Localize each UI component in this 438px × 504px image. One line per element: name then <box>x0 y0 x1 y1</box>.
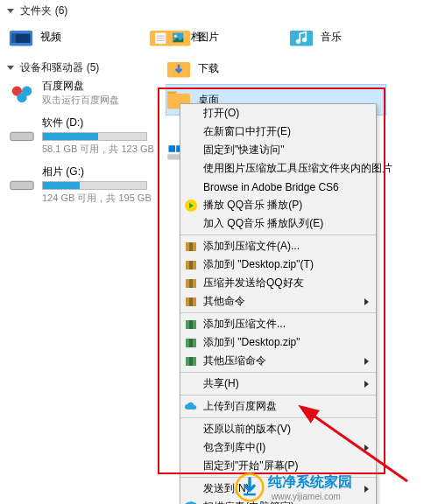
video-folder-icon <box>9 24 33 49</box>
drive-usage-bar <box>42 132 147 141</box>
folder-label: 下载 <box>198 61 219 76</box>
folders-section-header[interactable]: 文件夹 (6) <box>0 0 438 22</box>
folder-video[interactable]: 视频 <box>9 22 149 52</box>
context-menu: 打开(O) 在新窗口中打开(E) 固定到"快速访问" 使用图片压缩放工具压缩文件… <box>180 103 377 504</box>
ctx-open[interactable]: 打开(O) <box>180 104 376 122</box>
ctx-qqmusic-add[interactable]: 加入 QQ音乐 播放队列(E) <box>180 214 376 233</box>
folders-right-column: 图片 下载 桌面 <box>166 22 385 116</box>
ctx-open-new-window[interactable]: 在新窗口中打开(E) <box>180 122 376 141</box>
archive2-icon <box>184 336 198 350</box>
drive-baidu[interactable]: 百度网盘 双击运行百度网盘 <box>9 79 158 107</box>
svg-rect-36 <box>189 320 193 329</box>
archive2-icon <box>184 318 198 332</box>
drive-subtitle: 58.1 GB 可用，共 123 GB <box>42 143 158 156</box>
ctx-add-desktop-zip[interactable]: 添加到 "Desktop.zip"(T) <box>180 256 376 274</box>
shield-icon <box>184 500 198 505</box>
watermark-text: 纯净系统家园 <box>268 474 352 489</box>
svg-rect-40 <box>189 357 193 366</box>
drive-g[interactable]: 相片 (G:) 124 GB 可用，共 195 GB <box>9 164 158 205</box>
svg-rect-38 <box>189 339 193 347</box>
hdd-icon <box>9 172 35 198</box>
ctx-zip-send-qq[interactable]: 压缩并发送给QQ好友 <box>180 274 376 292</box>
drive-d[interactable]: 软件 (D:) 58.1 GB 可用，共 123 GB <box>9 116 158 156</box>
ctx-other-commands[interactable]: 其他命令 <box>180 292 376 311</box>
ctx-upload-baidu[interactable]: 上传到百度网盘 <box>180 397 376 416</box>
drive-subtitle: 124 GB 可用，共 195 GB <box>42 192 158 205</box>
ctx-compress-images[interactable]: 使用图片压缩放工具压缩文件夹内的图片 <box>180 159 376 178</box>
svg-rect-34 <box>189 298 193 306</box>
watermark-logo-icon <box>235 472 265 502</box>
drive-usage-bar <box>42 181 147 190</box>
folders-title: 文件夹 <box>20 4 52 17</box>
cloud-icon <box>184 400 198 414</box>
folder-pictures[interactable]: 图片 <box>166 22 307 52</box>
archive-icon <box>184 276 198 290</box>
drives-count: (5) <box>87 61 100 74</box>
archive-icon <box>184 258 198 272</box>
ctx-include-in-library[interactable]: 包含到库中(I) <box>180 438 376 457</box>
ctx-pin-quick-access[interactable]: 固定到"快速访问" <box>180 141 376 159</box>
folder-downloads[interactable]: 下载 <box>166 53 307 83</box>
ctx-separator <box>180 372 376 373</box>
svg-rect-21 <box>11 181 33 189</box>
drive-title: 相片 (G:) <box>42 164 158 179</box>
watermark-url: www.yijiamei.com <box>272 492 352 501</box>
svg-point-13 <box>174 34 178 38</box>
baidu-icon <box>9 80 35 106</box>
drive-title: 百度网盘 <box>42 79 158 94</box>
ctx-add-desktop-zip-2[interactable]: 添加到 "Desktop.zip" <box>180 333 376 352</box>
ctx-other-zip-commands[interactable]: 其他压缩命令 <box>180 352 376 370</box>
svg-rect-24 <box>169 145 176 152</box>
ctx-share[interactable]: 共享(H) <box>180 374 376 393</box>
svg-rect-43 <box>244 494 256 496</box>
archive-icon <box>184 295 198 309</box>
chevron-down-icon <box>7 9 14 13</box>
drive-subtitle: 双击运行百度网盘 <box>42 94 158 107</box>
ctx-add-archive-2[interactable]: 添加到压缩文件... <box>180 315 376 333</box>
ctx-separator <box>180 417 376 418</box>
ctx-add-archive[interactable]: 添加到压缩文件(A)... <box>180 237 376 256</box>
svg-rect-28 <box>189 242 193 251</box>
qqmusic-icon <box>184 199 198 213</box>
drive-title: 软件 (D:) <box>42 116 158 130</box>
ctx-separator <box>180 234 376 235</box>
ctx-separator <box>180 312 376 313</box>
archive-icon <box>184 240 198 254</box>
svg-rect-32 <box>189 279 193 288</box>
pictures-folder-icon <box>166 24 191 49</box>
ctx-qqmusic-play[interactable]: 播放 QQ音乐 播放(P) <box>180 196 376 214</box>
ctx-separator <box>180 395 376 396</box>
svg-rect-2 <box>12 34 16 44</box>
folders-count: (6) <box>55 4 68 17</box>
ctx-restore-previous[interactable]: 还原以前的版本(V) <box>180 420 376 438</box>
svg-rect-19 <box>11 132 33 140</box>
chevron-down-icon <box>7 66 14 70</box>
ctx-adobe-bridge[interactable]: Browse in Adobe Bridge CS6 <box>180 178 376 196</box>
watermark: 纯净系统家园 www.yijiamei.com <box>235 472 352 502</box>
drives-title: 设备和驱动器 <box>20 61 83 74</box>
folder-label: 图片 <box>198 30 219 45</box>
svg-point-18 <box>17 93 26 102</box>
hdd-icon <box>9 122 35 149</box>
folder-label: 视频 <box>40 30 61 45</box>
archive2-icon <box>184 354 198 368</box>
svg-rect-30 <box>189 261 193 270</box>
downloads-folder-icon <box>166 56 191 80</box>
